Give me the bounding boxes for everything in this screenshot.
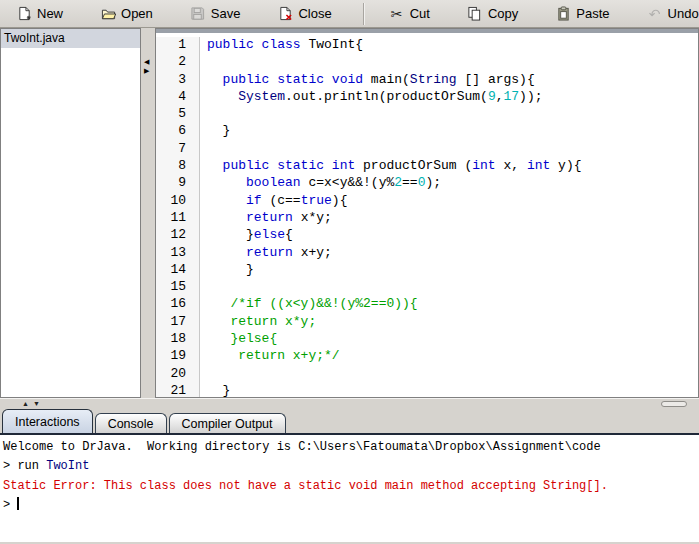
toolbar-button-label: Open	[121, 6, 153, 21]
code-line-text: public static int productOrSum (int x, i…	[200, 158, 582, 175]
code-line[interactable]: 1public class TwoInt{	[156, 37, 698, 54]
toolbar-button-label: Save	[211, 6, 241, 21]
save-icon	[190, 6, 206, 22]
tab-interactions[interactable]: Interactions	[2, 409, 93, 433]
console-line: > run TwoInt	[3, 458, 699, 477]
code-line[interactable]: 14 }	[156, 262, 698, 279]
line-number: 14	[156, 262, 200, 279]
code-token-plain: >	[3, 498, 17, 512]
code-line[interactable]: 17 return x*y;	[156, 314, 698, 331]
code-token-plain: }	[207, 262, 254, 277]
open-folder-icon	[100, 6, 116, 22]
code-line[interactable]: 10 if (c==true){	[156, 193, 698, 210]
code-token-plain: x,	[496, 158, 527, 173]
code-line-text	[200, 54, 207, 71]
code-token-num: 17	[504, 89, 520, 104]
code-line[interactable]: 4 System.out.println(productOrSum(9,17))…	[156, 89, 698, 106]
tab-compiler-output[interactable]: Compiler Output	[169, 413, 286, 433]
line-number: 19	[156, 348, 200, 365]
code-token-plain: y){	[550, 158, 581, 173]
code-line[interactable]: 2	[156, 54, 698, 71]
code-token-num: 9	[488, 89, 496, 104]
line-number: 5	[156, 106, 200, 123]
code-token-comment: }else{	[207, 331, 277, 346]
code-line[interactable]: 12 }else{	[156, 227, 698, 244]
code-token-plain: {	[285, 227, 293, 242]
code-token-kw: else	[254, 227, 285, 242]
code-line[interactable]: 3 public static void main(String [] args…	[156, 72, 698, 89]
copy-button[interactable]: Copy	[457, 2, 528, 26]
cut-button[interactable]: ✂Cut	[379, 2, 440, 26]
code-line-text: }else{	[200, 227, 293, 244]
code-token-kw: int	[527, 158, 550, 173]
undo-button[interactable]: ↶Undo	[637, 2, 699, 26]
code-line-text	[200, 366, 207, 383]
code-line[interactable]: 18 }else{	[156, 331, 698, 348]
code-token-comment: /*if ((x<y)&&!(y%2==0)){	[207, 296, 418, 311]
code-line[interactable]: 19 return x+y;*/	[156, 348, 698, 365]
code-line[interactable]: 8 public static int productOrSum (int x,…	[156, 158, 698, 175]
toolbar-button-label: Undo	[668, 6, 699, 21]
code-line-text: return x+y;	[200, 245, 332, 262]
code-line[interactable]: 5	[156, 106, 698, 123]
undo-icon: ↶	[647, 6, 663, 22]
line-number: 20	[156, 366, 200, 383]
code-line-text	[200, 141, 207, 158]
code-line[interactable]: 16 /*if ((x<y)&&!(y%2==0)){	[156, 296, 698, 313]
code-token-plain: (c==	[262, 193, 301, 208]
code-token-plain: Welcome to DrJava. Working directory is …	[3, 440, 601, 454]
close-document-icon	[277, 6, 293, 22]
save-button[interactable]: Save	[180, 2, 251, 26]
collapse-down-icon[interactable]: ▼	[33, 400, 40, 408]
code-token-kw: int	[472, 158, 495, 173]
toolbar-button-label: Copy	[488, 6, 518, 21]
code-token-comment: return x+y;*/	[207, 348, 340, 363]
interactions-pane[interactable]: Welcome to DrJava. Working directory is …	[0, 435, 699, 542]
line-number: 1	[156, 37, 200, 54]
tab-console[interactable]: Console	[95, 413, 167, 433]
collapse-left-icon[interactable]: ◀	[144, 58, 149, 65]
vertical-splitter[interactable]: ◀ ▶	[140, 28, 156, 398]
code-line-text: boolean c=x<y&&!(y%2==0);	[200, 175, 441, 192]
new-document-icon	[16, 6, 32, 22]
code-line[interactable]: 15	[156, 279, 698, 296]
code-line[interactable]: 6 }	[156, 123, 698, 140]
splitter-grip[interactable]	[661, 401, 687, 407]
code-editor[interactable]: 1public class TwoInt{23 public static vo…	[156, 28, 699, 398]
code-line[interactable]: 7	[156, 141, 698, 158]
code-token-plain	[207, 245, 246, 260]
code-token-kw: boolean	[246, 175, 301, 190]
code-token-plain: ){	[332, 193, 348, 208]
code-line[interactable]: 13 return x+y;	[156, 245, 698, 262]
main-split: TwoInt.java ◀ ▶ 1public class TwoInt{23 …	[0, 28, 699, 398]
new-button[interactable]: New	[6, 2, 73, 26]
code-line-text: /*if ((x<y)&&!(y%2==0)){	[200, 296, 418, 313]
collapse-right-icon[interactable]: ▶	[144, 67, 149, 74]
horizontal-splitter[interactable]: ▲ ▼	[0, 398, 699, 409]
file-list-item[interactable]: TwoInt.java	[1, 29, 140, 48]
line-number: 8	[156, 158, 200, 175]
code-line-text: }	[200, 123, 230, 140]
paste-button[interactable]: Paste	[545, 2, 619, 26]
line-number: 13	[156, 245, 200, 262]
collapse-up-icon[interactable]: ▲	[22, 400, 29, 408]
toolbar-button-label: Cut	[410, 6, 430, 21]
code-token-kw: return	[246, 245, 293, 260]
code-line[interactable]: 20	[156, 366, 698, 383]
splitter-collapse-controls: ▲ ▼	[22, 400, 40, 408]
code-line-text: return x*y;	[200, 314, 316, 331]
code-token-plain	[207, 158, 223, 173]
open-button[interactable]: Open	[90, 2, 163, 26]
code-token-num: 2	[394, 175, 402, 190]
code-line[interactable]: 21 }	[156, 383, 698, 397]
code-line[interactable]: 11 return x*y;	[156, 210, 698, 227]
line-number: 18	[156, 331, 200, 348]
code-token-plain: );	[425, 175, 441, 190]
close-button[interactable]: Close	[267, 2, 341, 26]
code-line[interactable]: 9 boolean c=x<y&&!(y%2==0);	[156, 175, 698, 192]
line-number: 15	[156, 279, 200, 296]
code-token-kw: public static void	[223, 72, 363, 87]
code-token-kw: public class	[207, 37, 301, 52]
code-area[interactable]: 1public class TwoInt{23 public static vo…	[156, 33, 698, 397]
code-token-type: String	[410, 72, 457, 87]
